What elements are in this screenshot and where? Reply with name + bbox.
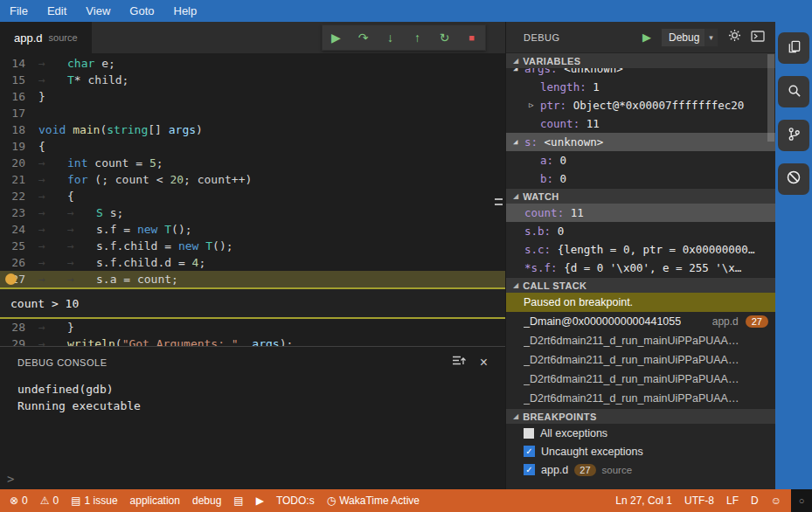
sidebar-scrollbar[interactable] bbox=[767, 54, 774, 142]
start-debug-icon[interactable]: ▶ bbox=[642, 31, 651, 44]
clear-console-icon[interactable] bbox=[452, 355, 467, 370]
breakpoint-row[interactable]: ✓app.d27source bbox=[506, 460, 775, 479]
variable-row[interactable]: ▷ptr: Object@*0x00007fffffffec20 bbox=[506, 96, 775, 114]
status-issues[interactable]: ▤1 issue bbox=[65, 489, 123, 512]
console-header: DEBUG CONSOLE × bbox=[0, 347, 505, 370]
gear-icon[interactable] bbox=[728, 29, 741, 45]
menu-item-goto[interactable]: Goto bbox=[120, 0, 163, 22]
blocked-icon bbox=[786, 170, 802, 189]
activity-blocked[interactable] bbox=[778, 163, 809, 195]
breakpoint-condition-widget[interactable]: count > 10 bbox=[0, 287, 505, 319]
console-input-prompt[interactable]: > bbox=[7, 472, 14, 486]
breakpoints-section-header[interactable]: ◢ BREAKPOINTS bbox=[506, 408, 775, 424]
code-line-19[interactable]: 19{ bbox=[0, 138, 505, 155]
variable-row[interactable]: length: 1 bbox=[506, 78, 775, 96]
close-console-icon[interactable]: × bbox=[480, 356, 488, 369]
code-line-27[interactable]: 27→→s.a = count; bbox=[0, 271, 505, 287]
open-console-icon[interactable] bbox=[751, 30, 765, 45]
code-line-23[interactable]: 23→→S s; bbox=[0, 204, 505, 221]
menu-item-help[interactable]: Help bbox=[164, 0, 207, 22]
watch-row[interactable]: count: 11 bbox=[506, 204, 775, 222]
breakpoint-icon[interactable] bbox=[5, 273, 17, 285]
variable-row[interactable]: ◢args: <unknown> bbox=[506, 68, 775, 78]
stack-frame[interactable]: _D2rt6dmain211_d_run_mainUiPPaPUAA… bbox=[506, 350, 775, 370]
line-number: 25 bbox=[0, 238, 38, 254]
watch-row[interactable]: *s.f: {d = 0 '\x00', e = 255 '\x… bbox=[506, 259, 775, 277]
code-line-24[interactable]: 24→→s.f = new T(); bbox=[0, 221, 505, 238]
status-cursor-position[interactable]: Ln 27, Col 1 bbox=[609, 489, 678, 512]
stack-frame[interactable]: _D2rt6dmain211_d_run_mainUiPPaPUAA… bbox=[506, 370, 775, 389]
status-text: debug bbox=[192, 495, 221, 507]
code-line-18[interactable]: 18void main(string[] args) bbox=[0, 121, 505, 138]
status-text: UTF-8 bbox=[684, 495, 714, 507]
status-debug[interactable]: debug bbox=[186, 489, 227, 512]
issues-icon: ▤ bbox=[71, 495, 80, 507]
activity-search[interactable] bbox=[778, 76, 809, 107]
code-line-26[interactable]: 26→→s.f.child.d = 4; bbox=[0, 254, 505, 271]
code-line-16[interactable]: 16} bbox=[0, 88, 505, 105]
step-into-button[interactable]: ↓ bbox=[377, 25, 404, 50]
breakpoint-checkbox[interactable]: ✓ bbox=[524, 446, 535, 457]
variable-row[interactable]: b: 0 bbox=[506, 170, 775, 188]
breakpoint-row[interactable]: ✓Uncaught exceptions bbox=[506, 442, 775, 460]
status-encoding[interactable]: UTF-8 bbox=[678, 489, 720, 512]
code-line-22[interactable]: 22→{ bbox=[0, 188, 505, 204]
indent-guide: → bbox=[38, 204, 67, 221]
stack-frame[interactable]: _D2rt6dmain211_d_run_mainUiPPaPUAA… bbox=[506, 389, 775, 408]
watch-row[interactable]: s.b: 0 bbox=[506, 222, 775, 240]
status-warnings[interactable]: ⚠0 bbox=[34, 489, 65, 512]
variable-row[interactable]: a: 0 bbox=[506, 151, 775, 170]
status-corner: ○ bbox=[791, 489, 812, 512]
status-eol[interactable]: LF bbox=[720, 489, 745, 512]
menu-item-file[interactable]: File bbox=[0, 0, 38, 22]
step-out-button[interactable]: ↑ bbox=[404, 25, 431, 50]
code-editor[interactable]: 14→char e;15→T* child;16}1718void main(s… bbox=[0, 53, 505, 346]
code-line-29[interactable]: 29→writeln("Got Arguments: ", args); bbox=[0, 336, 505, 346]
collapsed-icon[interactable]: ▷ bbox=[529, 96, 540, 114]
breakpoint-checkbox[interactable] bbox=[524, 428, 534, 439]
tab-appd[interactable]: app.d source bbox=[0, 22, 92, 53]
variable-row[interactable]: ◢s: <unknown> bbox=[506, 133, 775, 151]
status-todos[interactable]: TODO:s bbox=[270, 489, 321, 512]
callstack-section-header[interactable]: ◢ CALL STACK bbox=[506, 277, 775, 293]
status-errors[interactable]: ⊗0 bbox=[3, 489, 34, 512]
breakpoint-row[interactable]: All exceptions bbox=[506, 424, 775, 442]
code-line-25[interactable]: 25→→s.f.child = new T(); bbox=[0, 238, 505, 254]
status-feedback[interactable]: ☺ bbox=[765, 489, 788, 512]
status-wakatime[interactable]: ◷WakaTime Active bbox=[321, 489, 426, 512]
watch-row[interactable]: s.c: {length = 0, ptr = 0x00000000… bbox=[506, 240, 775, 259]
expanded-icon[interactable]: ◢ bbox=[513, 68, 524, 78]
watch-section-header[interactable]: ◢ WATCH bbox=[506, 188, 775, 204]
stop-button[interactable]: ■ bbox=[458, 25, 485, 50]
code-line-28[interactable]: 28→} bbox=[0, 319, 505, 336]
expanded-icon[interactable]: ◢ bbox=[513, 133, 524, 151]
stack-frame[interactable]: _Dmain@0x0000000000441055app.d27 bbox=[506, 312, 775, 331]
continue-button[interactable]: ▶ bbox=[323, 25, 350, 50]
activity-source-control[interactable] bbox=[778, 120, 809, 151]
status-language[interactable]: D bbox=[745, 489, 765, 512]
stack-frame[interactable]: _D2rt6dmain211_d_run_mainUiPPaPUAA… bbox=[506, 331, 775, 350]
variable-row[interactable]: count: 11 bbox=[506, 114, 775, 133]
code-line-15[interactable]: 15→T* child; bbox=[0, 72, 505, 88]
indent-guide: → bbox=[67, 221, 96, 238]
restart-button[interactable]: ↻ bbox=[431, 25, 458, 50]
step-over-button[interactable]: ↷ bbox=[350, 25, 377, 50]
status-application[interactable]: application bbox=[124, 489, 186, 512]
breakpoint-checkbox[interactable]: ✓ bbox=[524, 464, 535, 475]
code-line-20[interactable]: 20→int count = 5; bbox=[0, 155, 505, 171]
code-line-14[interactable]: 14→char e; bbox=[0, 55, 505, 72]
frame-file: app.d bbox=[712, 315, 739, 328]
console-actions: × bbox=[452, 355, 488, 370]
status-run[interactable]: ▶ bbox=[250, 489, 270, 512]
code-line-17[interactable]: 17 bbox=[0, 105, 505, 121]
code-line-21[interactable]: 21→for (; count < 20; count++) bbox=[0, 171, 505, 188]
menu-item-edit[interactable]: Edit bbox=[38, 0, 76, 22]
menu-item-view[interactable]: View bbox=[76, 0, 120, 22]
activity-files[interactable] bbox=[778, 32, 809, 64]
variable-name: s.c: bbox=[524, 240, 558, 259]
debug-console-panel: DEBUG CONSOLE × undefined(gdb)Running ex… bbox=[0, 346, 505, 489]
status-note[interactable]: ▤ bbox=[227, 489, 249, 512]
debug-config-dropdown[interactable]: Debug ▾ bbox=[661, 28, 718, 47]
variable-name: ptr: bbox=[540, 96, 573, 114]
variables-section-header[interactable]: ◢ VARIABLES bbox=[506, 52, 775, 68]
